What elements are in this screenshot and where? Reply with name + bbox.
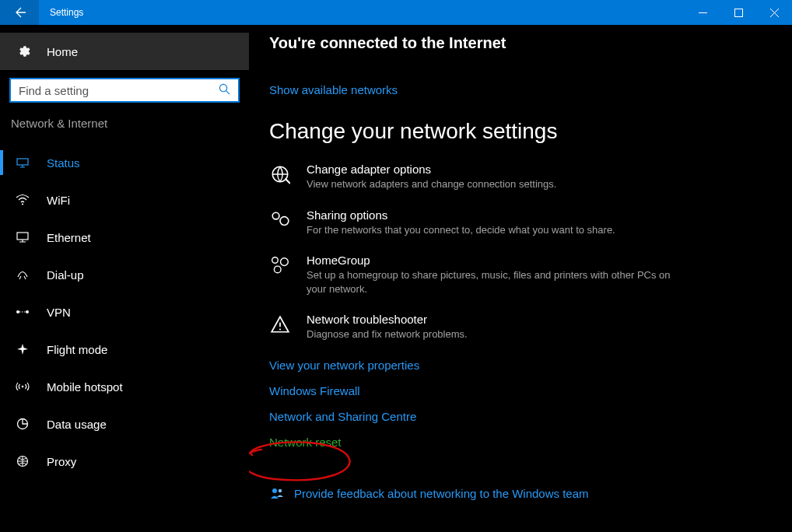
svg-point-12: [280, 216, 289, 225]
svg-point-7: [22, 386, 24, 388]
sidebar-section-label: Network & Internet: [0, 117, 249, 130]
window-title: Settings: [39, 7, 685, 18]
svg-point-14: [281, 258, 289, 266]
svg-point-17: [272, 488, 277, 493]
sidebar-item-label: VPN: [47, 306, 71, 319]
sidebar-item-status[interactable]: Status: [0, 144, 249, 181]
home-button[interactable]: Home: [0, 33, 249, 70]
option-title: Sharing options: [307, 208, 615, 222]
svg-point-18: [279, 489, 282, 492]
home-label: Home: [47, 45, 78, 58]
sidebar-item-label: Proxy: [47, 455, 76, 468]
sidebar-item-vpn[interactable]: VPN: [0, 293, 249, 331]
gear-icon: [14, 44, 33, 58]
close-button[interactable]: [756, 0, 792, 25]
sidebar-item-wifi[interactable]: WiFi: [0, 181, 249, 219]
maximize-button[interactable]: [720, 0, 756, 25]
change-settings-heading: Change your network settings: [269, 119, 776, 144]
adapter-icon: [269, 164, 291, 186]
option-desc: For the networks that you connect to, de…: [307, 223, 615, 237]
connected-title: You're connected to the Internet: [269, 34, 776, 52]
minimize-icon: [699, 9, 707, 17]
option-desc: Diagnose and fix network problems.: [307, 327, 468, 341]
window-titlebar: Settings: [0, 0, 792, 25]
show-networks-link[interactable]: Show available networks: [269, 83, 398, 96]
search-input[interactable]: [19, 84, 214, 97]
ethernet-icon: [14, 231, 31, 243]
svg-point-5: [16, 310, 19, 313]
svg-point-16: [279, 329, 281, 331]
airplane-icon: [14, 343, 31, 355]
option-troubleshooter[interactable]: Network troubleshooter Diagnose and fix …: [269, 313, 674, 341]
sidebar: Home Network & Internet Status WiFi Ethe…: [0, 25, 249, 532]
sidebar-item-dialup[interactable]: Dial-up: [0, 256, 249, 293]
windows-firewall-link[interactable]: Windows Firewall: [269, 384, 776, 397]
sidebar-item-label: WiFi: [47, 194, 70, 207]
sidebar-item-label: Flight mode: [47, 343, 107, 356]
sidebar-item-label: Status: [47, 156, 80, 170]
option-title: Change adapter options: [307, 163, 556, 176]
search-icon: [214, 83, 230, 97]
vpn-icon: [14, 307, 31, 317]
svg-point-11: [272, 212, 279, 219]
globe-icon: [14, 455, 31, 467]
dialup-icon: [14, 269, 31, 280]
sharing-centre-link[interactable]: Network and Sharing Centre: [269, 410, 776, 423]
troubleshoot-icon: [269, 314, 291, 336]
feedback-row[interactable]: Provide feedback about networking to the…: [269, 486, 776, 502]
arrow-left-icon: [13, 6, 26, 19]
option-desc: Set up a homegroup to share pictures, mu…: [307, 268, 674, 296]
homegroup-icon: [269, 255, 291, 277]
svg-rect-0: [734, 9, 742, 16]
option-title: Network troubleshooter: [307, 313, 468, 326]
svg-rect-4: [17, 233, 28, 240]
sidebar-item-ethernet[interactable]: Ethernet: [0, 219, 249, 256]
hotspot-icon: [14, 380, 31, 393]
status-icon: [14, 156, 31, 169]
svg-point-13: [272, 257, 279, 264]
feedback-link[interactable]: Provide feedback about networking to the…: [294, 487, 589, 500]
sidebar-item-proxy[interactable]: Proxy: [0, 443, 249, 480]
svg-point-3: [22, 203, 23, 205]
minimize-button[interactable]: [685, 0, 720, 25]
sidebar-item-datausage[interactable]: Data usage: [0, 405, 249, 443]
sharing-icon: [269, 210, 291, 232]
back-button[interactable]: [0, 0, 39, 25]
sidebar-item-label: Dial-up: [47, 268, 84, 282]
search-box[interactable]: [9, 78, 240, 103]
option-desc: View network adapters and change connect…: [307, 177, 556, 191]
svg-point-1: [219, 84, 226, 91]
network-reset-link[interactable]: Network reset: [269, 436, 776, 449]
sidebar-item-flightmode[interactable]: Flight mode: [0, 331, 249, 368]
option-adapter[interactable]: Change adapter options View network adap…: [269, 163, 674, 191]
svg-point-6: [26, 310, 29, 313]
view-properties-link[interactable]: View your network properties: [269, 359, 776, 372]
svg-rect-2: [17, 159, 28, 165]
option-sharing[interactable]: Sharing options For the networks that yo…: [269, 208, 674, 237]
maximize-icon: [734, 9, 743, 17]
sidebar-item-label: Mobile hotspot: [47, 380, 123, 394]
option-homegroup[interactable]: HomeGroup Set up a homegroup to share pi…: [269, 254, 674, 296]
sidebar-item-label: Data usage: [47, 418, 107, 431]
wifi-icon: [14, 194, 31, 206]
sidebar-item-label: Ethernet: [47, 231, 91, 244]
option-title: HomeGroup: [307, 254, 674, 267]
data-usage-icon: [14, 418, 31, 430]
feedback-icon: [269, 486, 285, 502]
main-content: You're connected to the Internet Show av…: [249, 25, 792, 532]
svg-point-15: [274, 266, 281, 273]
close-icon: [770, 9, 779, 17]
sidebar-item-mobilehotspot[interactable]: Mobile hotspot: [0, 368, 249, 405]
